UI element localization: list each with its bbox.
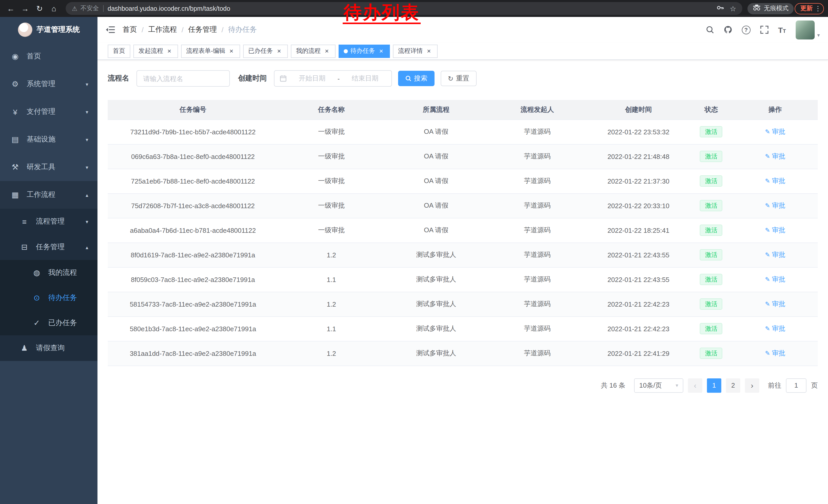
cell-initiator: 芋道源码	[488, 267, 587, 292]
font-size-icon[interactable]: TT	[778, 26, 786, 34]
browser-update-button[interactable]: 更新 ⋮	[795, 3, 824, 14]
tab[interactable]: 流程表单-编辑×	[181, 44, 240, 58]
search-button[interactable]: 搜索	[398, 71, 434, 86]
sidebar-item-infrastructure[interactable]: ▤基础设施▾	[0, 126, 97, 153]
cell-initiator: 芋道源码	[488, 316, 587, 341]
sidebar-item-dev-tools[interactable]: ⚒研发工具▾	[0, 153, 97, 181]
approve-link[interactable]: ✎ 审批	[765, 128, 785, 135]
sidebar-item-payment-manage[interactable]: ¥支付管理▾	[0, 98, 97, 126]
reset-button[interactable]: ↻ 重置	[441, 71, 477, 86]
tab[interactable]: 我的流程×	[291, 44, 335, 58]
sidebar-item-workflow[interactable]: ▦工作流程▴	[0, 181, 97, 209]
tab-close-icon[interactable]: ×	[166, 47, 173, 55]
status-badge: 激活	[700, 249, 722, 261]
sidebar-item-done-task[interactable]: ✓已办任务	[0, 310, 97, 335]
cell-created: 2022-01-22 21:48:48	[587, 144, 690, 169]
cell-status: 激活	[690, 120, 733, 144]
edit-icon: ✎	[765, 301, 770, 308]
reload-icon[interactable]: ↻	[33, 2, 46, 15]
approve-link[interactable]: ✎ 审批	[765, 275, 785, 283]
tab[interactable]: 发起流程×	[133, 44, 178, 58]
tab-close-icon[interactable]: ×	[228, 47, 235, 55]
user-icon: ♟	[19, 343, 29, 353]
cell-task-name: 一级审批	[278, 120, 384, 144]
cell-task-id: 069c6a63-7b8a-11ec-8ef0-acde48001122	[108, 144, 278, 169]
approve-link[interactable]: ✎ 审批	[765, 177, 785, 185]
incognito-icon	[753, 5, 761, 12]
bookmark-star-icon[interactable]: ☆	[730, 4, 736, 12]
next-page-button[interactable]: ›	[745, 378, 759, 393]
sidebar-item-todo-task[interactable]: ⊙待办任务	[0, 285, 97, 310]
tab[interactable]: 已办任务×	[243, 44, 288, 58]
cell-task-name: 一级审批	[278, 169, 384, 193]
breadcrumb-item[interactable]: 工作流程	[148, 25, 177, 34]
cell-action: ✎ 审批	[733, 242, 818, 267]
page-button[interactable]: 1	[707, 378, 721, 393]
approve-link[interactable]: ✎ 审批	[765, 226, 785, 234]
tab-close-icon[interactable]: ×	[425, 47, 432, 55]
tab[interactable]: 待办任务×	[339, 44, 390, 58]
sidebar-collapse-icon[interactable]	[106, 26, 115, 33]
approve-link[interactable]: ✎ 审批	[765, 300, 785, 308]
help-icon[interactable]: ?	[742, 26, 750, 34]
cell-action: ✎ 审批	[733, 144, 818, 169]
cell-created: 2022-01-21 22:42:23	[587, 316, 690, 341]
dashboard-icon: ◉	[10, 52, 20, 61]
approve-link[interactable]: ✎ 审批	[765, 349, 785, 357]
user-avatar	[796, 20, 815, 39]
breadcrumb-item[interactable]: 首页	[123, 25, 137, 34]
prev-page-button[interactable]: ‹	[688, 378, 702, 393]
column-header: 流程发起人	[488, 100, 587, 120]
sidebar-item-task-manage[interactable]: ⊟任务管理▴	[0, 234, 97, 260]
breadcrumb-item[interactable]: 任务管理	[188, 25, 217, 34]
sidebar-item-process-manage[interactable]: ≡流程管理▾	[0, 209, 97, 234]
pagination: 共 16 条 10条/页 ▾ ‹ 12 › 前往 页	[108, 378, 818, 393]
security-indicator[interactable]: ⚠ 不安全	[72, 4, 99, 13]
sidebar-item-leave-query[interactable]: ♟请假查询	[0, 335, 97, 361]
page-size-select[interactable]: 10条/页 ▾	[634, 378, 683, 393]
sidebar-item-system-manage[interactable]: ⚙系统管理▾	[0, 70, 97, 98]
approve-link[interactable]: ✎ 审批	[765, 251, 785, 259]
github-icon[interactable]	[723, 26, 732, 34]
list-icon: ≡	[19, 217, 29, 226]
table-row: 8f059c03-7ac8-11ec-a9e2-a2380e71991a1.1测…	[108, 267, 818, 292]
table-row: a6aba0a4-7b6d-11ec-b781-acde48001122一级审批…	[108, 218, 818, 242]
key-icon[interactable]	[716, 3, 724, 13]
sidebar-item-home[interactable]: ◉首页	[0, 43, 97, 70]
cell-action: ✎ 审批	[733, 267, 818, 292]
cell-process: 测试多审批人	[385, 242, 488, 267]
sidebar-item-my-process[interactable]: ◍我的流程	[0, 260, 97, 285]
cell-process: OA 请假	[385, 120, 488, 144]
tab-close-icon[interactable]: ×	[378, 47, 385, 55]
fullscreen-icon[interactable]	[760, 26, 768, 34]
tab-close-icon[interactable]: ×	[323, 47, 330, 55]
search-icon[interactable]	[706, 26, 714, 34]
cell-task-name: 一级审批	[278, 218, 384, 242]
table-row: 73211d9d-7b9b-11ec-b5b7-acde48001122一级审批…	[108, 120, 818, 144]
cell-task-name: 1.1	[278, 316, 384, 341]
user-menu[interactable]: ▾	[796, 20, 820, 39]
address-bar[interactable]: ⚠ 不安全 dashboard.yudao.iocoder.cn/bpm/tas…	[66, 2, 742, 15]
cell-created: 2022-01-22 18:25:41	[587, 218, 690, 242]
goto-label: 前往	[768, 381, 781, 390]
cell-action: ✎ 审批	[733, 218, 818, 242]
process-name-input[interactable]	[143, 75, 223, 82]
tab[interactable]: 首页	[108, 44, 130, 58]
table-row: 069c6a63-7b8a-11ec-8ef0-acde48001122一级审批…	[108, 144, 818, 169]
goto-page-input[interactable]	[786, 378, 806, 393]
home-icon[interactable]: ⌂	[47, 2, 60, 15]
tab[interactable]: 流程详情×	[393, 44, 438, 58]
date-range-picker[interactable]: 开始日期 - 结束日期	[274, 70, 392, 87]
cell-task-id: 580e1b3d-7ac8-11ec-a9e2-a2380e71991a	[108, 316, 278, 341]
browser-menu-icon[interactable]: ⋮	[815, 5, 821, 12]
incognito-badge: 无痕模式	[747, 3, 794, 14]
forward-icon[interactable]: →	[18, 2, 32, 15]
approve-link[interactable]: ✎ 审批	[765, 201, 785, 209]
page-button[interactable]: 2	[726, 378, 740, 393]
back-icon[interactable]: ←	[4, 2, 17, 15]
approve-link[interactable]: ✎ 审批	[765, 325, 785, 332]
approve-link[interactable]: ✎ 审批	[765, 152, 785, 160]
tab-close-icon[interactable]: ×	[276, 47, 283, 55]
app-logo[interactable]: 芋道管理系统	[0, 17, 97, 43]
chevron-down-icon: ▾	[86, 81, 88, 87]
